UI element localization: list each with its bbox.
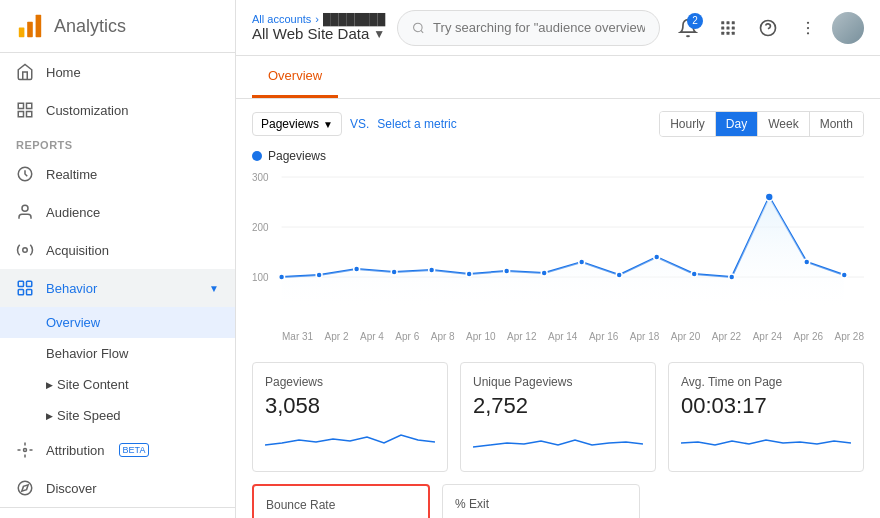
svg-point-30 [807, 21, 809, 23]
x-label-3: Apr 6 [395, 331, 419, 342]
notifications-button[interactable]: 2 [672, 12, 704, 44]
svg-marker-39 [282, 197, 845, 307]
behavior-label: Behavior [46, 281, 97, 296]
main-content: All accounts › ████████ All Web Site Dat… [236, 0, 880, 518]
acquisition-label: Acquisition [46, 243, 109, 258]
apps-button[interactable] [712, 12, 744, 44]
svg-rect-2 [36, 15, 42, 37]
chart-controls: Pageviews ▼ VS. Select a metric Hourly D… [236, 99, 880, 149]
main-chart: Pageviews 300 200 100 [236, 149, 880, 350]
search-bar[interactable] [397, 10, 660, 46]
tab-overview[interactable]: Overview [252, 56, 338, 98]
svg-rect-25 [721, 31, 724, 34]
sidebar-subitem-overview[interactable]: Overview [0, 307, 235, 338]
svg-marker-16 [22, 485, 28, 491]
attribution-label: Attribution [46, 443, 105, 458]
customization-icon [16, 101, 34, 119]
svg-point-31 [807, 26, 809, 28]
sidebar-item-home[interactable]: Home [0, 53, 235, 91]
acquisition-icon [16, 241, 34, 259]
page-content: Overview Pageviews ▼ VS. Select a metric… [236, 56, 880, 518]
svg-rect-6 [18, 112, 23, 117]
svg-point-46 [504, 268, 510, 274]
sidebar-subitem-behavior-flow[interactable]: Behavior Flow [0, 338, 235, 369]
more-menu-button[interactable] [792, 12, 824, 44]
svg-rect-21 [732, 21, 735, 24]
attribution-icon [16, 441, 34, 459]
x-label-11: Apr 22 [712, 331, 741, 342]
more-vertical-icon [799, 19, 817, 37]
metric-card-avg-time[interactable]: Avg. Time on Page 00:03:17 [668, 362, 864, 472]
svg-point-14 [24, 449, 27, 452]
expand-icon-site-speed: ▶ [46, 411, 53, 421]
notification-count: 2 [687, 13, 703, 29]
sidebar-item-audience[interactable]: Audience [0, 193, 235, 231]
time-btn-day[interactable]: Day [716, 112, 758, 136]
svg-point-9 [23, 248, 28, 253]
sidebar-item-customization[interactable]: Customization [0, 91, 235, 129]
x-label-7: Apr 14 [548, 331, 577, 342]
exit-label: % Exit [455, 497, 627, 511]
svg-rect-27 [732, 31, 735, 34]
sidebar-item-admin[interactable]: Admin [0, 507, 235, 518]
all-accounts-link[interactable]: All accounts › ████████ [252, 13, 385, 25]
metric-selector[interactable]: Pageviews ▼ [252, 112, 342, 136]
svg-text:200: 200 [252, 222, 269, 233]
customization-label: Customization [46, 103, 128, 118]
analytics-logo-icon [16, 12, 44, 40]
time-btn-month[interactable]: Month [810, 112, 863, 136]
x-label-13: Apr 26 [794, 331, 823, 342]
svg-point-52 [729, 274, 735, 280]
time-btn-hourly[interactable]: Hourly [660, 112, 716, 136]
svg-rect-4 [27, 103, 32, 108]
svg-rect-24 [732, 26, 735, 29]
svg-point-53 [765, 193, 773, 201]
x-label-5: Apr 10 [466, 331, 495, 342]
metric-card-pageviews[interactable]: Pageviews 3,058 [252, 362, 448, 472]
search-icon [412, 21, 425, 35]
chart-svg: 300 200 100 [252, 167, 864, 327]
metric-card-exit[interactable]: % Exit 79.07% [442, 484, 640, 518]
sidebar-item-behavior[interactable]: Behavior ▼ [0, 269, 235, 307]
bounce-rate-wrapper: Bounce Rate 87.68% 1 [252, 484, 430, 518]
sidebar-item-discover[interactable]: Discover [0, 469, 235, 507]
svg-point-48 [579, 259, 585, 265]
home-label: Home [46, 65, 81, 80]
unique-pageviews-label: Unique Pageviews [473, 375, 643, 389]
svg-point-55 [841, 272, 847, 278]
search-input[interactable] [433, 20, 645, 35]
topbar-icons: 2 [672, 12, 864, 44]
pageviews-sparkline [265, 425, 435, 455]
vs-label: VS. [350, 117, 369, 131]
x-label-4: Apr 8 [431, 331, 455, 342]
pageviews-label: Pageviews [265, 375, 435, 389]
site-selector[interactable]: All Web Site Data ▼ [252, 25, 385, 42]
svg-point-54 [804, 259, 810, 265]
x-label-2: Apr 4 [360, 331, 384, 342]
sidebar-subitem-site-speed[interactable]: ▶ Site Speed [0, 400, 235, 431]
tab-bar: Overview [236, 56, 880, 99]
user-avatar[interactable] [832, 12, 864, 44]
beta-badge: BETA [119, 443, 150, 457]
reports-section-label: REPORTS [0, 129, 235, 155]
help-button[interactable] [752, 12, 784, 44]
svg-point-32 [807, 32, 809, 34]
metric-card-bounce-rate[interactable]: Bounce Rate 87.68% [252, 484, 430, 518]
legend-label: Pageviews [268, 149, 326, 163]
svg-rect-19 [721, 21, 724, 24]
sidebar-item-realtime[interactable]: Realtime [0, 155, 235, 193]
sidebar-subitem-site-content[interactable]: ▶ Site Content [0, 369, 235, 400]
legend-dot [252, 151, 262, 161]
svg-rect-20 [727, 21, 730, 24]
behavior-icon [16, 279, 34, 297]
svg-rect-12 [27, 290, 32, 295]
x-label-9: Apr 18 [630, 331, 659, 342]
metric-card-unique-pageviews[interactable]: Unique Pageviews 2,752 [460, 362, 656, 472]
x-label-12: Apr 24 [753, 331, 782, 342]
svg-point-18 [414, 23, 423, 32]
sidebar-item-attribution[interactable]: Attribution BETA [0, 431, 235, 469]
time-btn-week[interactable]: Week [758, 112, 809, 136]
sidebar-item-acquisition[interactable]: Acquisition [0, 231, 235, 269]
select-metric-link[interactable]: Select a metric [377, 117, 456, 131]
svg-rect-26 [727, 31, 730, 34]
